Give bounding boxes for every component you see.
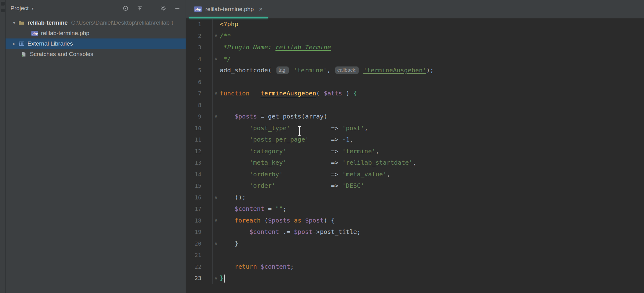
fold-gutter — [201, 65, 220, 76]
code-line[interactable]: 8 — [186, 99, 644, 111]
code-line[interactable]: 14 'orderby' => 'meta_value', — [186, 169, 644, 180]
fold-gutter — [201, 226, 220, 238]
libraries-icon — [18, 41, 25, 47]
line-number[interactable]: 3 — [186, 42, 201, 53]
code-text: */ — [220, 53, 231, 65]
code-line[interactable]: 13 'meta_key' => 'relilab_startdate', — [186, 157, 644, 169]
chevron-down-icon[interactable]: ▾ — [10, 20, 18, 26]
code-line[interactable]: 5add_shortcode( tag: 'termine', callback… — [186, 65, 644, 76]
code-line[interactable]: 1<?php — [186, 18, 644, 30]
code-text: foreach ($posts as $post) { — [220, 215, 335, 227]
structure-stripe-icon[interactable] — [1, 9, 5, 12]
collapse-all-icon[interactable] — [136, 5, 143, 12]
line-number[interactable]: 12 — [186, 146, 201, 157]
line-number[interactable]: 18 — [186, 215, 201, 227]
project-view-selector[interactable]: Project ▾ — [10, 5, 34, 12]
code-line[interactable]: 18∨ foreach ($posts as $post) { — [186, 215, 644, 227]
project-panel: Project ▾ — [6, 0, 186, 293]
fold-marker-icon[interactable]: ∨ — [201, 215, 220, 227]
editor-tab-bar: php relilab-termine.php × — [186, 0, 644, 18]
tree-item-project-root[interactable]: ▾ relilab-termine C:\Users\Daniel\Deskto… — [6, 18, 186, 28]
code-line[interactable]: 20∧ } — [186, 238, 644, 250]
tree-item-label: Scratches and Consoles — [30, 51, 93, 58]
code-line[interactable]: 3 *Plugin Name: relilab Termine — [186, 42, 644, 53]
code-editor[interactable]: 1<?php2∨/**3 *Plugin Name: relilab Termi… — [186, 18, 644, 293]
tab-relilab-termine-php[interactable]: php relilab-termine.php × — [189, 0, 268, 18]
tree-item-label: relilab-termine.php — [41, 30, 89, 37]
code-text: $content .= $post->post_title; — [220, 226, 361, 238]
fold-gutter — [201, 99, 220, 111]
line-number[interactable]: 21 — [186, 249, 201, 261]
ide-window: Project ▾ — [0, 0, 644, 293]
line-number[interactable]: 14 — [186, 169, 201, 180]
mouse-ibeam-cursor — [299, 127, 300, 135]
fold-marker-icon[interactable]: ∨ — [201, 88, 220, 99]
line-number[interactable]: 2 — [186, 30, 201, 42]
code-line[interactable]: 10 'post_type' => 'post', — [186, 122, 644, 134]
code-text: 'order' => 'DESC' — [220, 180, 364, 192]
fold-marker-icon[interactable]: ∨ — [201, 111, 220, 122]
fold-marker-icon[interactable]: ∧ — [201, 53, 220, 65]
code-text: 'orderby' => 'meta_value', — [220, 169, 390, 180]
tree-item-label: relilab-termine — [27, 19, 68, 26]
chevron-down-icon: ▾ — [31, 6, 34, 11]
line-number[interactable]: 8 — [186, 99, 201, 111]
tree-item-php-file[interactable]: php relilab-termine.php — [6, 28, 186, 38]
code-text: /** — [220, 30, 231, 42]
code-line[interactable]: 22 return $content; — [186, 261, 644, 273]
line-number[interactable]: 10 — [186, 122, 201, 134]
fold-gutter — [201, 76, 220, 88]
code-line[interactable]: 4∧ */ — [186, 53, 644, 65]
code-line[interactable]: 7∨function termineAusgeben( $atts ) { — [186, 88, 644, 99]
tab-label: relilab-termine.php — [205, 6, 254, 13]
line-number[interactable]: 15 — [186, 180, 201, 192]
hide-panel-icon[interactable] — [174, 5, 181, 12]
fold-marker-icon[interactable]: ∧ — [201, 272, 220, 284]
fold-gutter — [201, 146, 220, 157]
code-line[interactable]: 16∧ )); — [186, 192, 644, 203]
project-tree: ▾ relilab-termine C:\Users\Daniel\Deskto… — [6, 16, 186, 59]
code-line[interactable]: 2∨/** — [186, 30, 644, 42]
code-line[interactable]: 11 'posts_per_page' => -1, — [186, 134, 644, 146]
line-number[interactable]: 23 — [186, 272, 201, 284]
line-number[interactable]: 6 — [186, 76, 201, 88]
scratch-file-icon — [20, 51, 27, 57]
line-number[interactable]: 9 — [186, 111, 201, 122]
line-number[interactable]: 16 — [186, 192, 201, 203]
close-icon[interactable]: × — [259, 6, 263, 13]
line-number[interactable]: 11 — [186, 134, 201, 146]
tool-window-stripe — [0, 0, 6, 293]
line-number[interactable]: 22 — [186, 261, 201, 273]
line-number[interactable]: 20 — [186, 238, 201, 250]
code-line[interactable]: 15 'order' => 'DESC' — [186, 180, 644, 192]
php-file-icon: php — [31, 30, 38, 36]
project-stripe-icon[interactable] — [1, 2, 5, 6]
code-line[interactable]: 21 — [186, 249, 644, 261]
line-number[interactable]: 1 — [186, 18, 201, 30]
fold-marker-icon[interactable]: ∧ — [201, 238, 220, 250]
tree-item-scratches[interactable]: Scratches and Consoles — [6, 49, 186, 59]
folder-icon — [18, 20, 25, 26]
settings-icon[interactable] — [160, 5, 167, 12]
code-line[interactable]: 19 $content .= $post->post_title; — [186, 226, 644, 238]
locate-icon[interactable] — [122, 5, 129, 12]
line-number[interactable]: 7 — [186, 88, 201, 99]
code-text: return $content; — [220, 261, 294, 273]
line-number[interactable]: 5 — [186, 65, 201, 76]
code-line[interactable]: 6 — [186, 76, 644, 88]
line-number[interactable]: 19 — [186, 226, 201, 238]
line-number[interactable]: 4 — [186, 53, 201, 65]
code-line[interactable]: 17 $content = ""; — [186, 203, 644, 215]
fold-marker-icon[interactable]: ∧ — [201, 192, 220, 203]
code-line[interactable]: 9∨ $posts = get_posts(array( — [186, 111, 644, 122]
code-text: function termineAusgeben( $atts ) { — [220, 88, 357, 99]
line-number[interactable]: 17 — [186, 203, 201, 215]
code-line[interactable]: 23∧} — [186, 272, 644, 284]
tree-item-external-libraries[interactable]: ▸ External Libraries — [6, 38, 186, 49]
code-text: add_shortcode( tag: 'termine', callback:… — [220, 65, 434, 76]
code-text: 'category' => 'termine', — [220, 146, 379, 157]
code-line[interactable]: 12 'category' => 'termine', — [186, 146, 644, 157]
fold-marker-icon[interactable]: ∨ — [201, 30, 220, 42]
line-number[interactable]: 13 — [186, 157, 201, 169]
chevron-right-icon[interactable]: ▸ — [10, 41, 18, 46]
